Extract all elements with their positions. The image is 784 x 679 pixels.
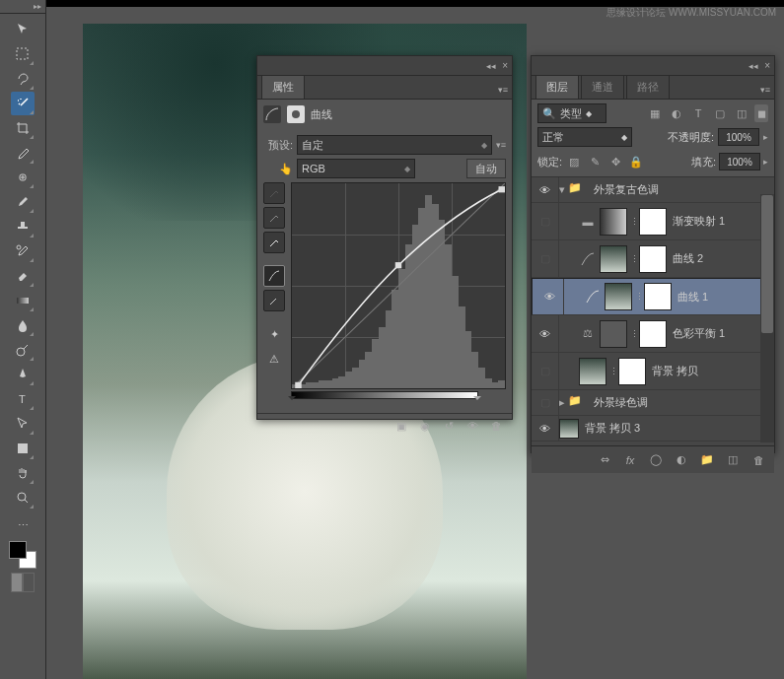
prev-state-icon[interactable]: ◉	[417, 418, 433, 434]
type-tool[interactable]: T	[11, 387, 35, 411]
mask-add-icon[interactable]: ◯	[648, 452, 664, 468]
visibility-toggle[interactable]: 👁	[532, 315, 559, 352]
brush-tool[interactable]	[11, 190, 35, 214]
sampler-black-icon[interactable]	[263, 182, 285, 204]
layer-row[interactable]: ▢ ⋮ 曲线 2	[532, 240, 774, 278]
hand-tool[interactable]	[11, 461, 35, 485]
filter-adj-icon[interactable]: ◐	[668, 104, 685, 122]
panel-close-icon[interactable]: ×	[502, 60, 508, 71]
svg-rect-11	[395, 262, 401, 268]
magic-wand-tool[interactable]	[11, 92, 35, 115]
layer-add-icon[interactable]: ◫	[725, 452, 741, 468]
fill-input[interactable]: 100%	[719, 153, 760, 170]
toolbar-header[interactable]: ▸▸	[0, 0, 45, 14]
link-layers-icon[interactable]: ⇔	[597, 452, 612, 468]
preset-menu-icon[interactable]: ▾≡	[496, 140, 506, 150]
visibility-toggle[interactable]: 👁	[532, 416, 559, 441]
fold-icon[interactable]: ▸	[559, 396, 565, 409]
dodge-tool[interactable]	[11, 338, 35, 362]
reset-icon[interactable]: ↺	[441, 418, 457, 434]
clip-toggle[interactable]: ✦	[263, 323, 285, 345]
curves-graph[interactable]	[291, 182, 506, 389]
collapse-icon: ▸▸	[34, 2, 41, 11]
adjustment-add-icon[interactable]: ◐	[674, 452, 689, 468]
visibility-toggle[interactable]: ▢	[532, 203, 559, 239]
history-brush-tool[interactable]	[11, 239, 35, 263]
tab-channels[interactable]: 通道	[581, 75, 624, 99]
blend-mode-select[interactable]: 正常◆	[537, 127, 632, 147]
tab-properties[interactable]: 属性	[261, 75, 305, 99]
sampler-gray-icon[interactable]	[263, 207, 285, 229]
mask-thumb[interactable]	[639, 320, 667, 348]
panel-collapse-icon[interactable]: ◂◂	[486, 61, 496, 71]
lock-pos-icon[interactable]: ✥	[606, 153, 624, 170]
channel-icon[interactable]: 👆	[263, 163, 293, 175]
lasso-tool[interactable]	[11, 67, 35, 91]
layer-row[interactable]: ▢ ⋮ 背景 拷贝	[532, 353, 774, 390]
panel-menu-icon[interactable]: ▾≡	[756, 81, 774, 99]
layer-group[interactable]: ▢ ▸ 📁 外景绿色调	[532, 390, 774, 416]
lock-all-icon[interactable]: 🔒	[627, 153, 645, 170]
tab-layers[interactable]: 图层	[535, 75, 579, 99]
mask-thumb[interactable]	[639, 245, 667, 273]
layer-row[interactable]: ▢ ▬ ⋮ 渐变映射 1	[532, 203, 774, 240]
lock-paint-icon[interactable]: ✎	[586, 153, 604, 170]
sampler-white-icon[interactable]	[263, 232, 285, 253]
filter-image-icon[interactable]: ▦	[646, 104, 664, 122]
quickmask-toggle[interactable]	[11, 573, 35, 596]
stamp-tool[interactable]	[11, 215, 35, 238]
auto-button[interactable]: 自动	[466, 159, 506, 178]
fg-color[interactable]	[9, 541, 27, 559]
filter-toggle[interactable]: ◼	[754, 104, 768, 122]
zoom-tool[interactable]	[11, 486, 35, 509]
filter-type-icon[interactable]: T	[689, 104, 707, 122]
visibility-toggle[interactable]: 👁	[532, 177, 559, 202]
clip-icon[interactable]: ▣	[393, 418, 409, 434]
path-select-tool[interactable]	[11, 412, 35, 436]
filter-shape-icon[interactable]: ▢	[711, 104, 729, 122]
crop-tool[interactable]	[11, 116, 35, 140]
panel-menu-icon[interactable]: ▾≡	[494, 81, 512, 99]
layer-group[interactable]: 👁 ▾ 📁 外景复古色调	[532, 177, 774, 203]
filter-select[interactable]: 🔍类型◆	[537, 103, 606, 123]
panel-collapse-icon[interactable]: ◂◂	[748, 61, 758, 71]
visibility-toggle[interactable]: ▢	[532, 353, 559, 389]
channel-select[interactable]: RGB◆	[297, 159, 415, 178]
fx-icon[interactable]: fx	[622, 452, 638, 468]
mask-thumb[interactable]	[618, 358, 646, 385]
mask-thumb[interactable]	[644, 283, 672, 310]
layer-row[interactable]: 👁 背景 拷贝 3	[532, 416, 774, 441]
fold-icon[interactable]: ▾	[559, 183, 565, 196]
scrollbar[interactable]	[760, 194, 774, 442]
visibility-icon[interactable]: 👁	[464, 418, 480, 434]
visibility-toggle[interactable]: ▢	[532, 390, 559, 415]
visibility-toggle[interactable]: ▢	[532, 240, 559, 277]
trash-icon[interactable]: 🗑	[750, 452, 766, 468]
edit-toolbar[interactable]: ⋯	[11, 513, 35, 537]
curve-draw-tool[interactable]	[263, 290, 285, 311]
pen-tool[interactable]	[11, 363, 35, 386]
panel-close-icon[interactable]: ×	[764, 60, 770, 71]
preset-select[interactable]: 自定◆	[297, 135, 492, 155]
eraser-tool[interactable]	[11, 264, 35, 288]
mask-thumb[interactable]	[639, 208, 667, 236]
color-swatches[interactable]	[9, 541, 36, 569]
layer-row[interactable]: 👁 ⚖ ⋮ 色彩平衡 1	[532, 315, 774, 353]
trash-icon[interactable]: 🗑	[488, 418, 504, 434]
heal-tool[interactable]	[11, 166, 35, 189]
shape-tool[interactable]	[11, 437, 35, 460]
blur-tool[interactable]	[11, 313, 35, 337]
marquee-tool[interactable]	[11, 42, 35, 66]
filter-smart-icon[interactable]: ◫	[733, 104, 750, 122]
layer-row[interactable]: 👁 ⋮ 曲线 1	[532, 278, 774, 315]
move-tool[interactable]	[11, 18, 35, 41]
eyedropper-tool[interactable]	[11, 141, 35, 165]
curve-point-tool[interactable]	[263, 265, 285, 287]
group-add-icon[interactable]: 📁	[699, 452, 715, 468]
input-slider[interactable]	[291, 391, 478, 399]
tab-paths[interactable]: 路径	[626, 75, 670, 99]
gradient-tool[interactable]	[11, 289, 35, 312]
visibility-toggle[interactable]: 👁	[536, 279, 564, 314]
lock-trans-icon[interactable]: ▨	[565, 153, 583, 170]
opacity-input[interactable]: 100%	[718, 128, 759, 146]
